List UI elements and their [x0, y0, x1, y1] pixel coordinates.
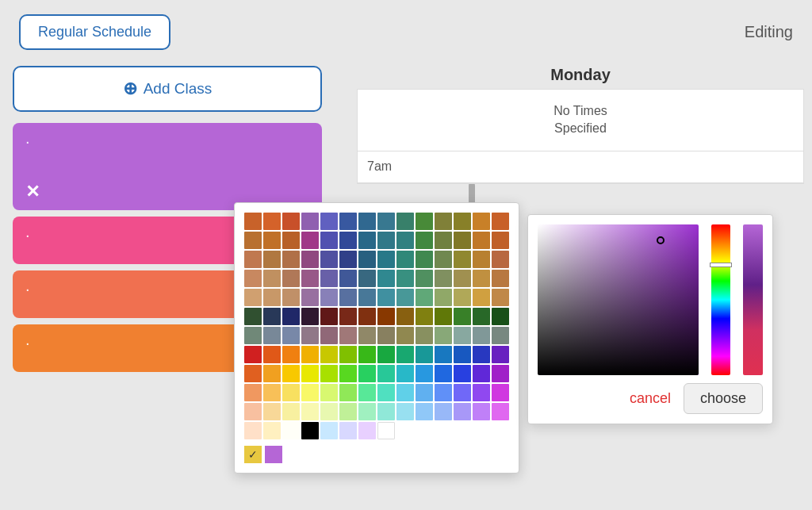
color-swatch[interactable] — [396, 403, 414, 420]
selected-color-preview[interactable] — [265, 446, 282, 463]
color-swatch[interactable] — [244, 308, 262, 325]
color-swatch[interactable] — [263, 232, 281, 249]
choose-button[interactable]: choose — [684, 383, 763, 414]
color-swatch[interactable] — [435, 346, 452, 363]
color-swatch[interactable] — [396, 327, 414, 344]
color-swatch[interactable] — [339, 346, 357, 363]
color-swatch[interactable] — [301, 232, 319, 249]
color-swatch[interactable] — [377, 232, 395, 249]
color-swatch[interactable] — [473, 365, 490, 382]
color-swatch[interactable] — [396, 251, 414, 268]
color-swatch[interactable] — [435, 270, 452, 287]
color-swatch[interactable] — [263, 289, 281, 306]
opacity-preview[interactable] — [743, 224, 763, 375]
color-swatch[interactable] — [282, 403, 300, 420]
color-swatch[interactable] — [339, 384, 357, 401]
color-swatch[interactable] — [454, 403, 471, 420]
color-swatch[interactable] — [263, 213, 281, 230]
color-swatch[interactable] — [377, 251, 395, 268]
color-swatch[interactable] — [377, 289, 395, 306]
color-swatch[interactable] — [301, 384, 319, 401]
color-swatch[interactable] — [377, 346, 395, 363]
color-swatch[interactable] — [301, 365, 319, 382]
color-swatch[interactable] — [320, 365, 338, 382]
color-swatch[interactable] — [416, 403, 433, 420]
color-swatch[interactable] — [339, 213, 357, 230]
color-swatch[interactable] — [435, 289, 452, 306]
color-swatch[interactable] — [396, 384, 414, 401]
color-swatch[interactable] — [282, 384, 300, 401]
color-swatch[interactable] — [473, 270, 490, 287]
color-swatch[interactable] — [301, 346, 319, 363]
color-swatch[interactable] — [492, 403, 509, 420]
color-swatch[interactable] — [454, 289, 471, 306]
color-swatch[interactable] — [377, 384, 395, 401]
color-swatch[interactable] — [244, 327, 262, 344]
color-swatch[interactable] — [320, 289, 338, 306]
color-swatch[interactable] — [492, 251, 509, 268]
hue-slider[interactable] — [711, 224, 731, 375]
color-swatch[interactable] — [301, 327, 319, 344]
color-swatch[interactable] — [320, 308, 338, 325]
color-swatch[interactable] — [263, 422, 281, 439]
color-swatch[interactable] — [454, 270, 471, 287]
color-swatch[interactable] — [435, 384, 452, 401]
color-swatch[interactable] — [416, 365, 433, 382]
color-swatch[interactable] — [339, 422, 357, 439]
color-swatch[interactable] — [301, 289, 319, 306]
color-swatch[interactable] — [454, 327, 471, 344]
color-swatch[interactable] — [263, 384, 281, 401]
color-swatch[interactable] — [358, 384, 376, 401]
color-swatch[interactable] — [301, 422, 319, 439]
color-swatch[interactable] — [396, 289, 414, 306]
add-class-button[interactable]: ⊕ Add Class — [13, 66, 322, 112]
color-swatch[interactable] — [358, 270, 376, 287]
color-swatch[interactable] — [339, 308, 357, 325]
color-swatch[interactable] — [301, 213, 319, 230]
color-swatch[interactable] — [320, 384, 338, 401]
color-swatch[interactable] — [492, 289, 509, 306]
color-swatch[interactable] — [396, 232, 414, 249]
color-swatch[interactable] — [244, 232, 262, 249]
color-swatch[interactable] — [282, 270, 300, 287]
color-swatch[interactable] — [416, 308, 433, 325]
color-swatch[interactable] — [358, 251, 376, 268]
color-swatch[interactable] — [263, 251, 281, 268]
color-swatch[interactable] — [244, 403, 262, 420]
color-swatch[interactable] — [244, 384, 262, 401]
color-swatch[interactable] — [377, 327, 395, 344]
color-swatch[interactable] — [301, 251, 319, 268]
color-swatch[interactable] — [473, 346, 490, 363]
color-swatch[interactable] — [492, 365, 509, 382]
gradient-picker-area[interactable] — [538, 224, 699, 375]
color-swatch[interactable] — [263, 308, 281, 325]
color-swatch[interactable] — [435, 213, 452, 230]
color-swatch[interactable] — [492, 270, 509, 287]
color-swatch[interactable] — [396, 270, 414, 287]
color-swatch[interactable] — [435, 365, 452, 382]
color-swatch[interactable] — [473, 384, 490, 401]
color-swatch[interactable] — [320, 232, 338, 249]
color-swatch[interactable] — [358, 327, 376, 344]
color-swatch[interactable] — [473, 251, 490, 268]
class-item-purple[interactable]: · ✕ — [13, 123, 322, 210]
color-swatch[interactable] — [435, 403, 452, 420]
color-swatch[interactable] — [320, 251, 338, 268]
color-swatch[interactable] — [454, 232, 471, 249]
color-swatch[interactable] — [396, 346, 414, 363]
color-swatch[interactable] — [282, 308, 300, 325]
color-swatch[interactable] — [320, 213, 338, 230]
color-swatch[interactable] — [377, 403, 395, 420]
color-swatch[interactable] — [358, 213, 376, 230]
color-swatch[interactable] — [320, 270, 338, 287]
checkmark-box[interactable]: ✓ — [244, 446, 262, 463]
color-swatch[interactable] — [454, 308, 471, 325]
color-swatch[interactable] — [263, 403, 281, 420]
color-swatch[interactable] — [416, 213, 433, 230]
color-swatch[interactable] — [320, 403, 338, 420]
color-swatch[interactable] — [282, 232, 300, 249]
color-swatch[interactable] — [377, 308, 395, 325]
color-swatch[interactable] — [454, 346, 471, 363]
color-swatch[interactable] — [377, 365, 395, 382]
color-swatch[interactable] — [358, 365, 376, 382]
